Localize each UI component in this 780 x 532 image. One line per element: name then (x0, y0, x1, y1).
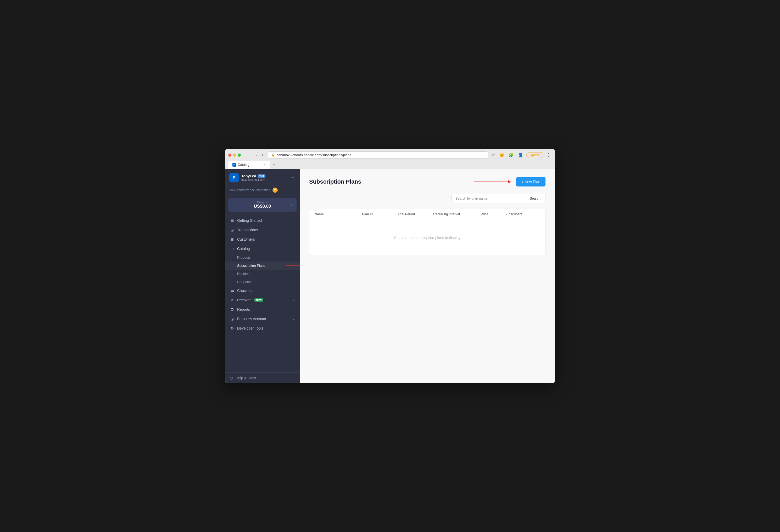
col-recurring-interval: Recurring interval (433, 212, 481, 216)
balance-label: Balance (236, 201, 289, 204)
balance-prev-button[interactable]: ‹ (233, 203, 234, 207)
tab-close-icon[interactable]: ✕ (263, 163, 266, 166)
sidebar-item-label: Transactions (237, 228, 258, 232)
recover-icon: ↺ (230, 298, 235, 302)
new-plan-wrapper: + New Plan (516, 177, 545, 187)
sidebar-item-label: Catalog (237, 247, 250, 251)
arrow-annotation-new-plan (474, 180, 511, 183)
sidebar-header: P TonyLea Test tnylea@gmail.com ··· (225, 169, 300, 187)
empty-message: You have no subscription plans to displa… (393, 236, 461, 240)
sidebar-item-label: Getting Started (237, 218, 262, 223)
tab-title: Catalog (238, 163, 249, 167)
user-name-row: TonyLea Test (241, 174, 290, 178)
sidebar-item-developer-tools[interactable]: ⚙ Developer Tools ⌄ (225, 324, 300, 333)
reload-button[interactable]: ↻ (261, 152, 266, 158)
address-bar[interactable]: 🔒 sandbox-vendors.paddle.com/subscriptio… (268, 151, 488, 159)
products-label: Products (237, 256, 250, 260)
update-button[interactable]: Update (526, 152, 543, 158)
user-name: TonyLea (241, 174, 256, 178)
getting-started-icon: ☰ (230, 218, 235, 223)
page-header: Subscription Plans + New Plan (309, 177, 545, 187)
chevron-down-icon: ⌄ (293, 238, 295, 241)
balance-amount: US$0.00 (236, 204, 289, 209)
balance-next-button[interactable]: › (291, 203, 292, 207)
sidebar-item-label: Customers (237, 237, 255, 242)
tab-favicon: P (233, 163, 236, 167)
chevron-up-icon: ⌃ (293, 247, 295, 251)
help-docs-icon: ◎ (230, 376, 233, 380)
sidebar-item-label: Reports (237, 307, 250, 312)
sidebar-item-bundles[interactable]: Bundles (225, 270, 300, 278)
chevron-down-icon: ⌄ (293, 299, 295, 302)
transactions-icon: ◎ (230, 228, 235, 232)
traffic-lights (228, 154, 241, 157)
arrow-annotation-plans (286, 264, 300, 267)
sidebar-item-subscription-plans[interactable]: Subscription Plans (225, 262, 300, 270)
user-info: TonyLea Test tnylea@gmail.com (241, 174, 290, 181)
help-circle-icon[interactable]: ? (273, 188, 278, 193)
search-input[interactable] (451, 194, 525, 203)
bookmark-button[interactable]: ☆ (490, 151, 496, 159)
new-badge: NEW (254, 299, 263, 302)
sidebar-item-label: Business Account (237, 317, 266, 321)
forward-button[interactable]: → (253, 152, 259, 158)
browser-actions: ☆ 😺 🧩 👤 Update ⋮ (490, 151, 552, 159)
sandbox-link[interactable]: View sandbox documentation (229, 188, 271, 192)
search-row: Search (309, 194, 545, 203)
sidebar-item-transactions[interactable]: ◎ Transactions (225, 225, 300, 234)
active-tab[interactable]: P Catalog ✕ (228, 161, 270, 169)
balance-content: Balance US$0.00 (236, 201, 289, 209)
coupons-label: Coupons (237, 280, 251, 284)
lock-icon: 🔒 (272, 153, 275, 157)
sidebar-item-label: Checkout (237, 288, 253, 293)
table-header: Name Plan ID Trial Period Recurring inte… (309, 208, 545, 220)
subscription-plans-label: Subscription Plans (237, 264, 265, 268)
chevron-down-icon: ⌄ (293, 289, 295, 292)
sidebar-item-getting-started[interactable]: ☰ Getting Started (225, 216, 300, 225)
user-more-button[interactable]: ··· (292, 175, 295, 180)
maximize-traffic-light[interactable] (238, 154, 241, 157)
profile-icon[interactable]: 👤 (517, 151, 524, 159)
minimize-traffic-light[interactable] (233, 154, 236, 157)
sidebar-item-products[interactable]: Products (225, 254, 300, 262)
menu-button[interactable]: ⋮ (545, 151, 552, 159)
new-plan-button[interactable]: + New Plan (516, 177, 545, 187)
test-badge: Test (258, 174, 266, 177)
col-price: Price (481, 212, 504, 216)
avatar: P (229, 173, 239, 182)
new-tab-button[interactable]: + (271, 161, 278, 169)
col-name: Name (314, 212, 362, 216)
help-docs-label: Help & Docs (236, 376, 256, 380)
sidebar: P TonyLea Test tnylea@gmail.com ··· View… (225, 169, 300, 383)
sidebar-item-catalog[interactable]: ⊟ Catalog ⌃ (225, 244, 300, 254)
sidebar-footer: ◎ Help & Docs (225, 372, 300, 383)
subscription-plans-table: Name Plan ID Trial Period Recurring inte… (309, 208, 545, 256)
sidebar-item-reports[interactable]: ⊡ Reports (225, 305, 300, 314)
sidebar-nav: ☰ Getting Started ◎ Transactions ⊞ Custo… (225, 214, 300, 372)
extensions-icon[interactable]: 🧩 (507, 151, 515, 159)
chevron-down-icon: ⌄ (293, 317, 295, 321)
business-icon: ◎ (230, 317, 235, 321)
search-button[interactable]: Search (525, 194, 545, 203)
back-button[interactable]: ← (245, 152, 251, 158)
customers-icon: ⊞ (230, 237, 235, 242)
user-email: tnylea@gmail.com (241, 178, 290, 181)
browser-chrome: ← → ↻ 🔒 sandbox-vendors.paddle.com/subsc… (225, 149, 555, 169)
sidebar-item-customers[interactable]: ⊞ Customers ⌄ (225, 234, 300, 244)
page-title: Subscription Plans (309, 178, 361, 185)
main-content: Subscription Plans + New Plan Search (300, 169, 555, 383)
browser-window: ← → ↻ 🔒 sandbox-vendors.paddle.com/subsc… (225, 149, 555, 383)
col-plan-id: Plan ID (362, 212, 398, 216)
sidebar-item-label: Developer Tools (237, 326, 263, 330)
sidebar-item-recover[interactable]: ↺ Recover NEW ⌄ (225, 295, 300, 305)
sidebar-item-business-account[interactable]: ◎ Business Account ⌄ (225, 314, 300, 324)
browser-controls: ← → ↻ 🔒 sandbox-vendors.paddle.com/subsc… (228, 151, 552, 159)
col-subscribers: Subscribers (504, 212, 540, 216)
reports-icon: ⊡ (230, 307, 235, 312)
close-traffic-light[interactable] (228, 154, 231, 157)
sidebar-item-label: Recover (237, 298, 251, 302)
sidebar-item-checkout[interactable]: ▭ Checkout ⌄ (225, 286, 300, 295)
sidebar-item-coupons[interactable]: Coupons (225, 278, 300, 286)
help-docs-item[interactable]: ◎ Help & Docs (230, 376, 295, 380)
emoji-icon[interactable]: 😺 (498, 151, 505, 159)
